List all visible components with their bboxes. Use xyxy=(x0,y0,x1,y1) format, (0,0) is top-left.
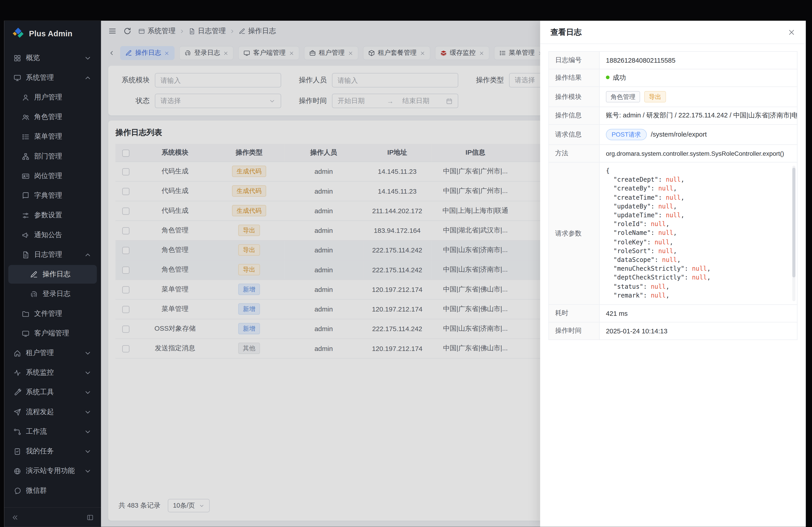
module-tag: 导出 xyxy=(644,91,666,103)
detail-value: 421 ms xyxy=(599,304,797,322)
detail-row-5: 方法org.dromara.system.controller.system.S… xyxy=(549,145,797,162)
detail-value: 1882612840802115585 xyxy=(599,51,797,69)
app-window: Plus Admin 概览系统管理用户管理角色管理菜单管理部门管理岗位管理字典管… xyxy=(4,21,806,527)
drawer-body: 日志编号1882612840802115585操作结果成功操作模块角色管理导出操… xyxy=(540,44,806,527)
detail-label: 方法 xyxy=(549,145,599,162)
detail-value: { "createDept": null, "createBy": null, … xyxy=(599,162,797,304)
log-detail-table: 日志编号1882612840802115585操作结果成功操作模块角色管理导出操… xyxy=(548,51,797,340)
drawer-header: 查看日志 xyxy=(540,21,806,44)
status-text: 成功 xyxy=(613,74,626,81)
detail-label: 请求信息 xyxy=(549,124,599,145)
request-params-json[interactable]: { "createDept": null, "createBy": null, … xyxy=(606,167,791,300)
detail-value: org.dromara.system.controller.system.Sys… xyxy=(599,145,797,162)
screen: Plus Admin 概览系统管理用户管理角色管理菜单管理部门管理岗位管理字典管… xyxy=(0,0,812,527)
detail-label: 操作结果 xyxy=(549,69,599,87)
detail-row-4: 请求信息POST请求/system/role/export xyxy=(549,124,797,145)
detail-row-1: 操作结果成功 xyxy=(549,69,797,87)
request-method-tag: POST请求 xyxy=(606,129,647,140)
detail-label: 日志编号 xyxy=(549,51,599,69)
detail-label: 耗时 xyxy=(549,304,599,322)
json-scrollbar-thumb[interactable] xyxy=(792,168,796,277)
request-path: /system/role/export xyxy=(651,131,707,138)
detail-label: 请求参数 xyxy=(549,162,599,304)
close-icon[interactable] xyxy=(788,28,795,36)
detail-label: 操作时间 xyxy=(549,322,599,340)
detail-row-8: 操作时间2025-01-24 10:14:13 xyxy=(549,322,797,340)
module-tag: 角色管理 xyxy=(606,91,640,103)
detail-value: 成功 xyxy=(599,69,797,87)
drawer-desc-body: 日志编号1882612840802115585操作结果成功操作模块角色管理导出操… xyxy=(549,51,797,340)
detail-value: 角色管理导出 xyxy=(599,87,797,107)
detail-label: 操作信息 xyxy=(549,107,599,124)
detail-value: POST请求/system/role/export xyxy=(599,124,797,145)
detail-value: 2025-01-24 10:14:13 xyxy=(599,322,797,340)
detail-row-6: 请求参数{ "createDept": null, "createBy": nu… xyxy=(549,162,797,304)
drawer-title: 查看日志 xyxy=(551,27,582,37)
detail-row-0: 日志编号1882612840802115585 xyxy=(549,51,797,69)
detail-row-3: 操作信息账号: admin / 研发部门 / 222.175.114.242 /… xyxy=(549,107,797,124)
detail-row-7: 耗时421 ms xyxy=(549,304,797,322)
status-dot xyxy=(606,76,609,79)
detail-label: 操作模块 xyxy=(549,87,599,107)
log-detail-drawer: 查看日志 日志编号1882612840802115585操作结果成功操作模块角色… xyxy=(540,21,806,527)
detail-value: 账号: admin / 研发部门 / 222.175.114.242 / 中国|… xyxy=(599,107,797,124)
detail-row-2: 操作模块角色管理导出 xyxy=(549,87,797,107)
